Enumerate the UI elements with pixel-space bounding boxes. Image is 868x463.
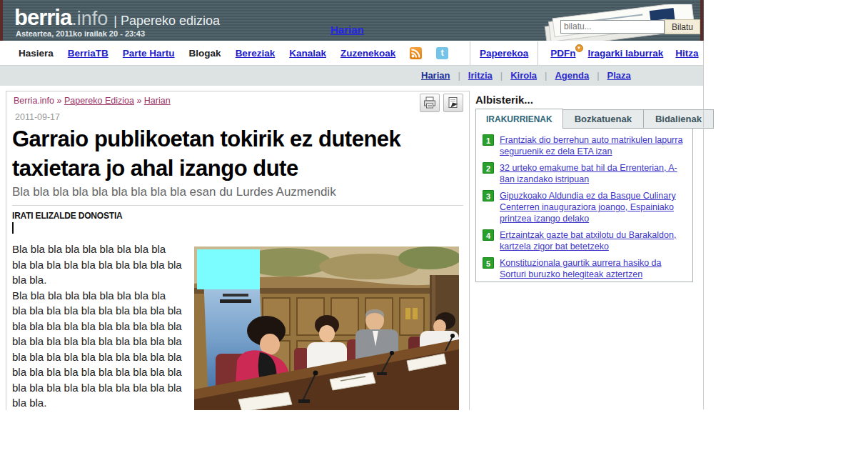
breadcrumb-papereko-edizioa[interactable]: Papereko Edizioa	[64, 96, 134, 106]
print-button[interactable]	[420, 94, 440, 112]
nav-item-bereziak[interactable]: Bereziak	[236, 48, 276, 59]
header-harian-link[interactable]: Harian	[330, 24, 364, 36]
nav-item-hasiera[interactable]: Hasiera	[19, 48, 54, 59]
nav-item-zuzenekoak[interactable]: Zuzenekoak	[340, 48, 395, 59]
site-logo: berria.info| Papereko edizioa	[14, 5, 220, 31]
subnav-separator: |	[545, 70, 547, 81]
article-subtitle: Bla bla bla bla bla bla bla bla bla esan…	[12, 185, 455, 199]
list-item: 5 Konstituzionala gaurtik aurrera hasiko…	[483, 257, 686, 280]
article-body: Bla bla bla bla bla bla bla bla bla bla …	[12, 242, 182, 411]
breadcrumb-separator: »	[56, 96, 61, 106]
logo-berria: berria	[14, 5, 71, 30]
article-headline: Garraio publikoetan tokirik ez dutenek t…	[12, 124, 465, 183]
article-tools	[420, 94, 463, 112]
article-date: 2011-09-17	[15, 112, 60, 122]
rank-badge: 4	[483, 229, 494, 241]
article-byline: IRATI ELIZALDE DONOSTIA	[12, 211, 123, 221]
tab-irakurrienak[interactable]: IRAKURRIENAK	[475, 109, 563, 129]
article-photo	[194, 247, 459, 410]
search-button[interactable]: Bilatu	[665, 19, 700, 34]
nav-item-berriatb[interactable]: BerriaTB	[68, 48, 108, 59]
main-nav: Hasiera BerriaTB Parte Hartu Blogak Bere…	[0, 41, 703, 66]
nav-item-pdfn[interactable]: PDFn ▼	[550, 48, 575, 59]
sidebar-news-list: 1 Frantziak dio berrehun auto matrikulen…	[475, 128, 693, 282]
breadcrumb-separator: »	[136, 96, 141, 106]
printer-icon	[423, 96, 437, 110]
tab-bozkatuenak[interactable]: Bozkatuenak	[563, 109, 644, 129]
pdf-badge-icon: ▼	[575, 44, 583, 52]
list-item: 1 Frantziak dio berrehun auto matrikulen…	[483, 134, 686, 157]
nav-item-iragarki-laburrak[interactable]: Iragarki laburrak	[588, 48, 664, 59]
search-input[interactable]	[560, 20, 665, 34]
sidebar-tabs: IRAKURRIENAK Bozkatuenak Bidalienak	[475, 109, 714, 129]
article-container: Berria.info » Papereko Edizioa » Harian	[6, 91, 470, 410]
rank-badge: 3	[483, 190, 494, 201]
logo-info: .info	[71, 8, 108, 29]
subnav-separator: |	[458, 70, 460, 81]
sidebar-news-link[interactable]: Ertzaintzak gazte bat atxilotu du Baraka…	[500, 229, 686, 252]
site-header: berria.info| Papereko edizioa Asteartea,…	[0, 0, 704, 41]
subnav-item-kirola[interactable]: Kirola	[510, 70, 537, 81]
send-page-icon	[446, 96, 460, 110]
divider	[12, 205, 463, 206]
nav-tab-paperekoa[interactable]: Paperekoa	[470, 41, 538, 65]
sidebar-news-link[interactable]: Konstituzionala gaurtik aurrera hasiko d…	[500, 257, 686, 280]
search-form: Bilatu	[560, 19, 665, 34]
twitter-icon[interactable]: t	[436, 47, 448, 59]
sidebar-news-link[interactable]: Frantziak dio berrehun auto matrikulen l…	[500, 134, 686, 157]
header-date: Asteartea, 2011ko irailak 20 - 23:43	[16, 29, 145, 38]
header-left-accent	[0, 0, 3, 41]
subnav-separator: |	[597, 70, 599, 81]
subnav-item-agenda[interactable]: Agenda	[555, 70, 589, 81]
rss-icon[interactable]	[410, 47, 422, 59]
nav-item-parte-hartu[interactable]: Parte Hartu	[123, 48, 175, 59]
rank-badge: 2	[483, 162, 494, 174]
sidebar-title: Albisterik...	[475, 94, 533, 106]
subnav-item-iritzia[interactable]: Iritzia	[468, 70, 493, 81]
nav-item-blogak[interactable]: Blogak	[189, 48, 221, 59]
nav-item-kanalak[interactable]: Kanalak	[289, 48, 326, 59]
list-item: 4 Ertzaintzak gazte bat atxilotu du Bara…	[483, 229, 686, 252]
body-paragraph: Bla bla bla bla bla bla bla bla bla bla …	[12, 242, 182, 288]
rank-badge: 1	[483, 134, 494, 146]
logo-tagline: | Papereko edizioa	[113, 14, 220, 28]
page-right-border	[703, 41, 704, 409]
sidebar-news-link[interactable]: 32 urteko emakume bat hil da Errenterian…	[500, 162, 686, 185]
breadcrumb-harian[interactable]: Harian	[144, 96, 171, 106]
nav-item-hitza[interactable]: Hitza	[675, 48, 698, 59]
breadcrumb: Berria.info » Papereko Edizioa » Harian	[14, 96, 171, 106]
list-item: 2 32 urteko emakume bat hil da Errenteri…	[483, 162, 686, 185]
body-paragraph: Bla bla bla bla bla bla bla bla bla bla …	[12, 288, 182, 411]
subnav-separator: |	[500, 70, 503, 81]
main-nav-left: Hasiera BerriaTB Parte Hartu Blogak Bere…	[19, 47, 448, 59]
rank-badge: 5	[483, 257, 494, 269]
text-cursor	[12, 222, 14, 234]
list-item: 3 Gipuzkoako Aldundia ez da Basque Culin…	[483, 190, 686, 224]
subnav-item-harian[interactable]: Harian	[421, 70, 450, 81]
breadcrumb-root[interactable]: Berria.info	[14, 96, 54, 106]
main-nav-right: Paperekoa PDFn ▼ Iragarki laburrak Hitza	[470, 41, 699, 65]
sidebar-news-link[interactable]: Gipuzkoako Aldundia ez da Basque Culinar…	[500, 190, 686, 224]
subnav-item-plaza[interactable]: Plaza	[607, 70, 631, 81]
page: berria.info| Papereko edizioa Asteartea,…	[0, 0, 704, 409]
section-nav: Harian | Iritzia | Kirola | Agenda | Pla…	[0, 66, 703, 86]
send-page-button[interactable]	[443, 94, 463, 112]
